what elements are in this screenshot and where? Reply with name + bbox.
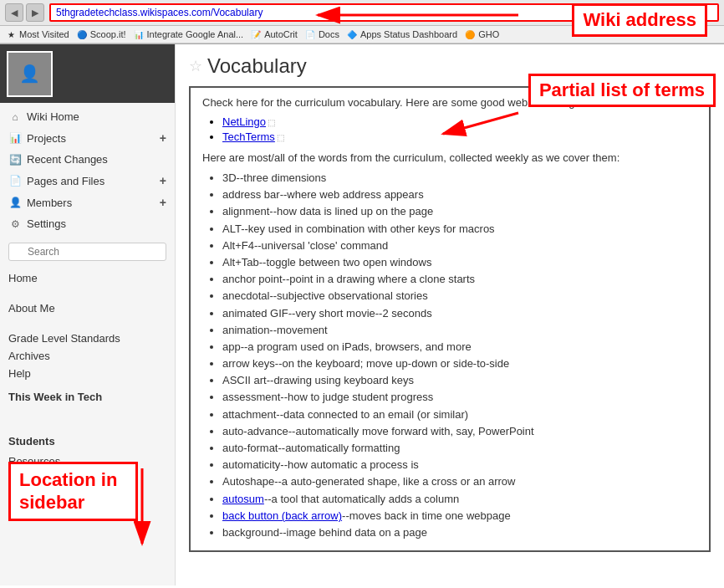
bookmark-icon: 📄 <box>304 28 316 40</box>
star-icon: ☆ <box>189 57 202 75</box>
external-link-icon: ⬚ <box>268 118 275 127</box>
list-item: alignment--how data is lined up on the p… <box>222 204 697 219</box>
projects-icon: 📊 <box>8 132 22 144</box>
page-wrapper: ◀ ▶ ★ Most Visited 🔵 Scoop.it! 📊 Integra… <box>0 0 724 588</box>
list-item: 3D--three dimensions <box>222 171 697 186</box>
sidebar-item-recent-changes[interactable]: 🔄 Recent Changes <box>0 149 175 170</box>
bookmark-icon: 🔷 <box>346 28 358 40</box>
sidebar-item-label: Members <box>27 197 72 209</box>
bookmark-label: Most Visited <box>19 29 69 39</box>
sidebar-link-home[interactable]: Home <box>8 269 166 287</box>
list-item: back button (back arrow)--moves back in … <box>222 509 697 524</box>
list-item: autosum--a tool that automatically adds … <box>222 492 697 507</box>
bookmark-icon: 🔵 <box>76 28 88 40</box>
members-icon: 👤 <box>8 197 22 208</box>
list-item: anecdotal--subjective observational stor… <box>222 289 697 304</box>
bookmark-docs[interactable]: 📄 Docs <box>304 28 339 40</box>
bookmark-label: AutoCrit <box>264 29 298 39</box>
vocab-intro: Here are most/all of the words from the … <box>202 151 697 164</box>
list-item: animation--movement <box>222 323 697 338</box>
location-annotation: Location in sidebar <box>8 462 138 521</box>
bookmark-most-visited[interactable]: ★ Most Visited <box>5 28 69 40</box>
list-item: attachment--data connected to an email (… <box>222 407 697 422</box>
star-icon: ★ <box>5 28 17 40</box>
netlingo-link[interactable]: NetLingo <box>222 115 266 128</box>
list-item: auto-format--automatically formatting <box>222 441 697 456</box>
list-item: app--a program used on iPads, browsers, … <box>222 340 697 355</box>
sidebar-item-settings[interactable]: ⚙ Settings <box>0 213 175 234</box>
list-item: assessment--how to judge student progres… <box>222 390 697 405</box>
bookmark-label: Apps Status Dashboard <box>360 29 457 39</box>
section-title-students: Students <box>0 430 175 449</box>
bookmark-scoopit[interactable]: 🔵 Scoop.it! <box>76 28 126 40</box>
bookmark-google-anal[interactable]: 📊 Integrate Google Anal... <box>133 28 244 40</box>
bookmark-autocrit[interactable]: 📝 AutoCrit <box>250 28 298 40</box>
list-item: animated GIF--very short movie--2 second… <box>222 306 697 321</box>
sidebar-nav: ⌂ Wiki Home 📊 Projects + 🔄 Recent Change… <box>0 103 175 238</box>
bookmark-apps-status[interactable]: 🔷 Apps Status Dashboard <box>346 28 457 40</box>
list-item: Alt+Tab--toggle between two open windows <box>222 255 697 270</box>
list-item: TechTerms⬚ <box>222 130 697 143</box>
sidebar-links-top: Home About Me Grade Level Standards Arch… <box>0 266 175 386</box>
bookmark-icon: 📝 <box>250 28 262 40</box>
list-item: auto-advance--automatically move forward… <box>222 424 697 439</box>
main-content: ☆ Vocabulary Check here for the curricul… <box>176 44 724 585</box>
list-item: address bar--where web address appears <box>222 187 697 202</box>
wiki-address-annotation: Wiki address <box>572 3 707 37</box>
sidebar-item-label: Settings <box>27 217 66 230</box>
sidebar-item-pages-files[interactable]: 📄 Pages and Files + <box>0 170 175 192</box>
sidebar-item-label: Projects <box>27 132 66 145</box>
sidebar-section-this-week <box>0 405 175 430</box>
sidebar-item-wiki-home[interactable]: ⌂ Wiki Home <box>0 106 175 127</box>
list-item: arrow keys--on the keyboard; move up-dow… <box>222 356 697 371</box>
list-item: automaticity--how automatic a process is <box>222 458 697 473</box>
add-members-button[interactable]: + <box>160 196 166 209</box>
section-title-this-week: This Week in Tech <box>0 386 175 405</box>
back-button[interactable]: ◀ <box>5 3 23 22</box>
add-pages-button[interactable]: + <box>160 174 166 187</box>
sidebar-link-about-me[interactable]: About Me <box>8 299 166 317</box>
pages-icon: 📄 <box>8 175 22 187</box>
sidebar-item-label: Pages and Files <box>27 175 105 187</box>
techterms-link[interactable]: TechTerms <box>222 130 275 143</box>
resource-link-list: NetLingo⬚ TechTerms⬚ <box>202 115 697 143</box>
bookmark-gho[interactable]: 🟠 GHO <box>464 28 499 40</box>
list-item: Alt+F4--universal 'close' command <box>222 238 697 253</box>
profile-picture: 👤 <box>7 51 53 97</box>
home-icon: ⌂ <box>8 111 22 123</box>
sidebar-item-members[interactable]: 👤 Members + <box>0 192 175 213</box>
sidebar-link-archives[interactable]: Archives <box>8 347 166 365</box>
bookmark-icon: 🟠 <box>464 28 476 40</box>
nav-buttons: ◀ ▶ <box>5 3 44 22</box>
bookmark-label: Integrate Google Anal... <box>147 29 244 39</box>
recent-changes-icon: 🔄 <box>8 154 22 166</box>
list-item: ASCII art--drawing using keyboard keys <box>222 373 697 388</box>
sidebar-item-label: Recent Changes <box>27 153 108 166</box>
list-item: Autoshape--a auto-generated shape, like … <box>222 474 697 489</box>
forward-button[interactable]: ▶ <box>26 3 44 22</box>
list-item: ALT--key used in combination with other … <box>222 222 697 237</box>
external-link-icon: ⬚ <box>277 133 284 142</box>
partial-list-annotation: Partial list of terms <box>528 74 716 107</box>
bookmark-label: Docs <box>319 29 339 39</box>
bookmark-label: Scoop.it! <box>90 29 126 39</box>
list-item: background--image behind data on a page <box>222 525 697 540</box>
sidebar-link-help[interactable]: Help <box>8 365 166 382</box>
add-projects-button[interactable]: + <box>160 131 166 145</box>
search-input[interactable] <box>8 243 166 261</box>
sidebar-item-label: Wiki Home <box>27 110 79 123</box>
sidebar-search: 🔍 <box>0 238 175 266</box>
settings-icon: ⚙ <box>8 218 22 230</box>
sidebar-item-projects[interactable]: 📊 Projects + <box>0 127 175 149</box>
list-item: NetLingo⬚ <box>222 115 697 128</box>
vocab-list: 3D--three dimensionsaddress bar--where w… <box>202 171 697 540</box>
bookmark-icon: 📊 <box>133 28 145 40</box>
bookmark-label: GHO <box>478 29 499 39</box>
sidebar-profile: 👤 <box>0 44 175 103</box>
content-box: Check here for the curriculum vocabulary… <box>189 86 711 552</box>
list-item: anchor point--point in a drawing where a… <box>222 272 697 287</box>
sidebar-link-grade-level[interactable]: Grade Level Standards <box>8 330 166 347</box>
